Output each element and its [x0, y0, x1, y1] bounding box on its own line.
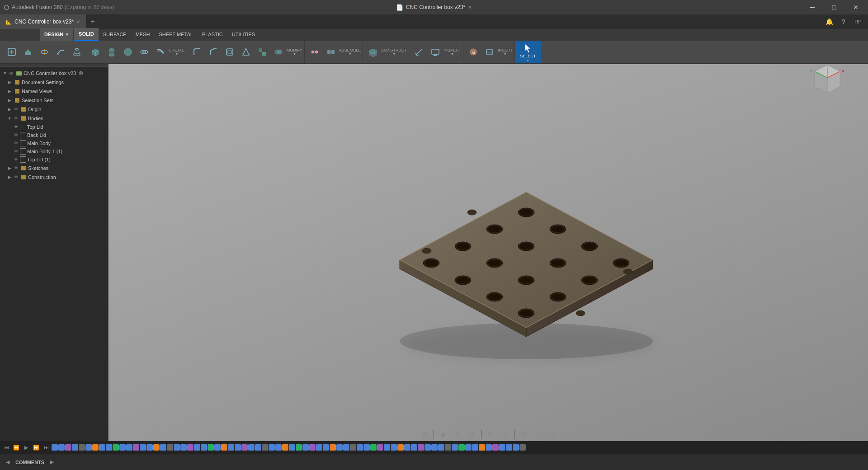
- timeline-item-46[interactable]: [357, 444, 363, 451]
- sphere-button[interactable]: [120, 42, 136, 62]
- expand-origin[interactable]: ▶: [6, 106, 13, 113]
- expand-construction[interactable]: ▶: [6, 174, 13, 180]
- expand-sketches[interactable]: ▶: [6, 165, 13, 171]
- construct-dropdown-arrow[interactable]: ▼: [392, 52, 396, 56]
- timeline-item-43[interactable]: [336, 444, 343, 451]
- eye-top-lid[interactable]: 👁: [13, 124, 19, 130]
- revolve-button[interactable]: [36, 42, 52, 62]
- timeline-item-15[interactable]: [146, 444, 153, 451]
- offset-plane-button[interactable]: [365, 42, 381, 62]
- timeline-item-33[interactable]: [269, 444, 275, 451]
- timeline-item-40[interactable]: [316, 444, 322, 451]
- timeline-item-61[interactable]: [458, 444, 465, 451]
- expand-named-views[interactable]: ▶: [6, 88, 13, 94]
- eye-construction[interactable]: 👁: [13, 174, 19, 180]
- tree-item-main-body-1[interactable]: 👁 Main Body-1 (1): [0, 147, 108, 155]
- comments-collapse-button[interactable]: ◀: [4, 458, 12, 466]
- tree-item-back-lid[interactable]: 👁 Back Lid: [0, 131, 108, 139]
- tab-mesh[interactable]: MESH: [131, 28, 155, 41]
- timeline-item-5[interactable]: [79, 444, 85, 451]
- orbit-button[interactable]: [466, 428, 478, 441]
- maximize-button[interactable]: □: [824, 0, 844, 14]
- timeline-item-49[interactable]: [377, 444, 383, 451]
- extrude-button[interactable]: [20, 42, 36, 62]
- combine-button[interactable]: [270, 42, 287, 62]
- draft-button[interactable]: [238, 42, 254, 62]
- help-button[interactable]: ?: [837, 15, 850, 28]
- tree-item-construction[interactable]: ▶ 👁 Construction: [0, 173, 108, 182]
- timeline-item-24[interactable]: [208, 444, 214, 451]
- shell-button[interactable]: [222, 42, 238, 62]
- fillet-button[interactable]: [189, 42, 205, 62]
- timeline-item-35[interactable]: [282, 444, 288, 451]
- tree-item-root[interactable]: ▼ 👁 CNC Controller box v23: [0, 69, 108, 78]
- tab-close-icon[interactable]: ✕: [76, 19, 80, 24]
- new-component-button[interactable]: [4, 42, 20, 62]
- checkbox-back-lid[interactable]: [20, 132, 26, 138]
- expand-root[interactable]: ▼: [2, 70, 8, 76]
- expand-doc-settings[interactable]: ▶: [6, 79, 13, 85]
- eye-bodies[interactable]: 👁: [13, 115, 19, 122]
- timeline-item-38[interactable]: [302, 444, 309, 451]
- select-dropdown-arrow[interactable]: ▼: [526, 59, 529, 62]
- tab-plastic[interactable]: PLASTIC: [198, 28, 227, 41]
- pipe-button[interactable]: [152, 42, 169, 62]
- timeline-item-48[interactable]: [370, 444, 377, 451]
- timeline-item-67[interactable]: [499, 444, 505, 451]
- timeline-item-1[interactable]: [52, 444, 58, 451]
- user-button[interactable]: RP: [852, 15, 864, 28]
- timeline-item-20[interactable]: [180, 444, 187, 451]
- tree-item-sketches[interactable]: ▶ 👁 Sketches: [0, 164, 108, 173]
- assemble-dropdown-arrow[interactable]: ▼: [349, 52, 352, 56]
- eye-main-body-1[interactable]: 👁: [13, 148, 19, 155]
- tree-item-top-lid-1[interactable]: 👁 Top Lid (1): [0, 155, 108, 164]
- chamfer-button[interactable]: [205, 42, 222, 62]
- zoom-out-button[interactable]: [499, 428, 511, 441]
- checkbox-main-body[interactable]: [20, 140, 26, 146]
- select-button[interactable]: SELECT ▼: [517, 42, 539, 62]
- timeline-item-57[interactable]: [431, 444, 438, 451]
- tab-design-selector[interactable]: DESIGN ▼: [40, 28, 73, 41]
- timeline-item-11[interactable]: [119, 444, 126, 451]
- tree-item-origin[interactable]: ▶ 👁 Origin: [0, 105, 108, 114]
- sweep-button[interactable]: [52, 42, 69, 62]
- timeline-item-69[interactable]: [513, 444, 519, 451]
- timeline-item-3[interactable]: [65, 444, 71, 451]
- measure-button[interactable]: [411, 42, 427, 62]
- timeline-item-12[interactable]: [126, 444, 132, 451]
- inspect-dropdown-arrow[interactable]: ▼: [451, 52, 454, 56]
- display-settings-button[interactable]: [427, 42, 443, 62]
- timeline-item-10[interactable]: [113, 444, 119, 451]
- home-button[interactable]: [437, 428, 449, 441]
- pan-button[interactable]: [451, 428, 464, 441]
- timeline-item-31[interactable]: [255, 444, 261, 451]
- timeline-item-30[interactable]: [248, 444, 255, 451]
- tree-item-bodies[interactable]: ▼ 👁 Bodies: [0, 114, 108, 123]
- timeline-item-59[interactable]: [445, 444, 451, 451]
- timeline-item-42[interactable]: [330, 444, 336, 451]
- timeline-item-63[interactable]: [472, 444, 478, 451]
- timeline-item-17[interactable]: [160, 444, 166, 451]
- timeline-item-45[interactable]: [350, 444, 356, 451]
- tab-utilities[interactable]: UTILITIES: [227, 28, 259, 41]
- minimize-button[interactable]: ─: [802, 0, 823, 14]
- add-tab-button[interactable]: +: [86, 14, 99, 29]
- timeline-item-6[interactable]: [85, 444, 92, 451]
- timeline-item-65[interactable]: [486, 444, 492, 451]
- insert-dropdown-arrow[interactable]: ▼: [504, 52, 507, 56]
- tab-sheet-metal[interactable]: SHEET METAL: [154, 28, 197, 41]
- tab-surface[interactable]: SURFACE: [99, 28, 131, 41]
- timeline-item-55[interactable]: [418, 444, 424, 451]
- eye-origin[interactable]: 👁: [13, 106, 19, 113]
- timeline-item-26[interactable]: [221, 444, 227, 451]
- timeline-item-28[interactable]: [235, 444, 241, 451]
- timeline-item-37[interactable]: [296, 444, 302, 451]
- timeline-item-19[interactable]: [174, 444, 180, 451]
- new-joint-button[interactable]: [307, 42, 323, 62]
- timeline-item-18[interactable]: [167, 444, 173, 451]
- timeline-item-56[interactable]: [425, 444, 431, 451]
- timeline-item-32[interactable]: [262, 444, 268, 451]
- scale-button[interactable]: [254, 42, 270, 62]
- timeline-item-4[interactable]: [72, 444, 78, 451]
- timeline-item-54[interactable]: [411, 444, 417, 451]
